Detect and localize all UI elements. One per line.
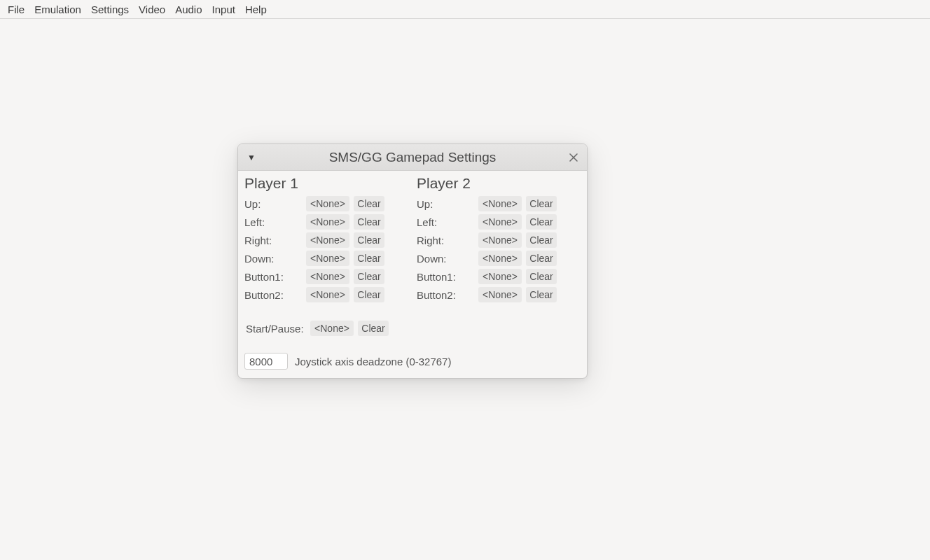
startpause-label: Start/Pause: <box>244 323 306 335</box>
p1-binding-button2[interactable]: <None> <box>306 287 349 302</box>
p1-clear-button1[interactable]: Clear <box>354 269 384 284</box>
startpause-clear[interactable]: Clear <box>358 321 389 336</box>
p2-binding-right[interactable]: <None> <box>478 232 522 248</box>
p1-clear-right[interactable]: Clear <box>354 232 384 248</box>
p1-row-button2: Button2: <None> Clear <box>243 286 410 304</box>
p2-clear-up[interactable]: Clear <box>526 196 557 211</box>
p1-binding-left[interactable]: <None> <box>306 214 349 230</box>
p2-row-up: Up: <None> Clear <box>415 195 582 213</box>
startpause-binding[interactable]: <None> <box>310 321 354 336</box>
p2-row-down: Down: <None> Clear <box>415 249 582 267</box>
p1-row-left: Left: <None> Clear <box>243 213 410 231</box>
gamepad-settings-dialog: ▼ SMS/GG Gamepad Settings Player 1 Up: <… <box>237 144 588 379</box>
menu-video[interactable]: Video <box>134 1 170 18</box>
p2-label-button1: Button1: <box>415 271 474 283</box>
p2-binding-up[interactable]: <None> <box>478 196 522 211</box>
p2-label-down: Down: <box>415 253 474 265</box>
player2-column: Player 2 Up: <None> Clear Left: <None> C… <box>412 175 585 304</box>
close-icon[interactable] <box>566 150 581 165</box>
p1-row-down: Down: <None> Clear <box>243 249 410 267</box>
p1-clear-up[interactable]: Clear <box>354 196 384 211</box>
p2-binding-down[interactable]: <None> <box>478 251 522 266</box>
p1-binding-down[interactable]: <None> <box>306 251 349 266</box>
p2-row-button2: Button2: <None> Clear <box>415 286 582 304</box>
dialog-titlebar[interactable]: ▼ SMS/GG Gamepad Settings <box>238 144 587 171</box>
p2-row-left: Left: <None> Clear <box>415 213 582 231</box>
menu-input[interactable]: Input <box>207 1 240 18</box>
p2-label-right: Right: <box>415 234 474 246</box>
menu-help[interactable]: Help <box>240 1 272 18</box>
p2-clear-button2[interactable]: Clear <box>526 287 557 302</box>
player2-heading: Player 2 <box>415 175 582 192</box>
p1-label-right: Right: <box>243 234 302 246</box>
startpause-row: Start/Pause: <None> Clear <box>240 319 585 337</box>
p1-clear-down[interactable]: Clear <box>354 251 384 266</box>
deadzone-row: Joystick axis deadzone (0-32767) <box>240 353 585 370</box>
p2-label-up: Up: <box>415 198 474 210</box>
p1-label-button2: Button2: <box>243 289 302 301</box>
p1-binding-up[interactable]: <None> <box>306 196 349 211</box>
p1-label-button1: Button1: <box>243 271 302 283</box>
p1-row-up: Up: <None> Clear <box>243 195 410 213</box>
dialog-body: Player 1 Up: <None> Clear Left: <None> C… <box>238 171 587 378</box>
deadzone-label: Joystick axis deadzone (0-32767) <box>295 356 451 368</box>
p1-label-down: Down: <box>243 253 302 265</box>
p1-label-left: Left: <box>243 216 302 228</box>
player1-column: Player 1 Up: <None> Clear Left: <None> C… <box>240 175 412 304</box>
p2-label-button2: Button2: <box>415 289 474 301</box>
p2-row-button1: Button1: <None> Clear <box>415 267 582 286</box>
p2-row-right: Right: <None> Clear <box>415 231 582 249</box>
p1-binding-button1[interactable]: <None> <box>306 269 349 284</box>
player1-heading: Player 1 <box>243 175 410 192</box>
p2-binding-button1[interactable]: <None> <box>478 269 522 284</box>
p1-row-button1: Button1: <None> Clear <box>243 267 410 286</box>
menu-audio[interactable]: Audio <box>170 1 207 18</box>
p1-binding-right[interactable]: <None> <box>306 232 349 248</box>
p1-row-right: Right: <None> Clear <box>243 231 410 249</box>
p2-clear-down[interactable]: Clear <box>526 251 557 266</box>
collapse-icon[interactable]: ▼ <box>244 150 259 165</box>
p2-binding-left[interactable]: <None> <box>478 214 522 230</box>
p2-binding-button2[interactable]: <None> <box>478 287 522 302</box>
menu-emulation[interactable]: Emulation <box>29 1 86 18</box>
dialog-title: SMS/GG Gamepad Settings <box>259 150 566 165</box>
p2-clear-left[interactable]: Clear <box>526 214 557 230</box>
menu-file[interactable]: File <box>3 1 29 18</box>
p2-clear-right[interactable]: Clear <box>526 232 557 248</box>
p1-clear-left[interactable]: Clear <box>354 214 384 230</box>
deadzone-input[interactable] <box>244 353 288 370</box>
p2-label-left: Left: <box>415 216 474 228</box>
p1-clear-button2[interactable]: Clear <box>354 287 384 302</box>
p2-clear-button1[interactable]: Clear <box>526 269 557 284</box>
p1-label-up: Up: <box>243 198 302 210</box>
menubar: File Emulation Settings Video Audio Inpu… <box>0 0 930 19</box>
menu-settings[interactable]: Settings <box>86 1 134 18</box>
